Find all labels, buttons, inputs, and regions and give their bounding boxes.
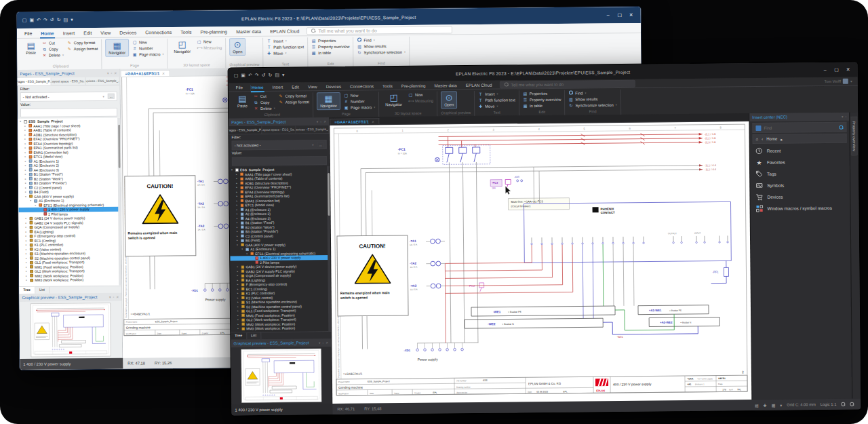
filter-select[interactable]: - Not activated -▾...: [232, 140, 327, 150]
value-input[interactable]: [20, 108, 117, 117]
ribbon-tab[interactable]: Connections: [144, 28, 172, 36]
document-tab[interactable]: =GAA+A1&EFS1/1✕: [330, 118, 379, 125]
ribbon-search[interactable]: Tell me what you want to do: [307, 26, 452, 35]
measuring-button[interactable]: ⟷Measuring: [197, 45, 222, 50]
paste-button[interactable]: ▤Paste: [235, 93, 250, 109]
tree-item[interactable]: ▸MM3 (Work workpiece: Position): [231, 326, 331, 331]
chevron-down-icon[interactable]: ▾: [780, 402, 782, 407]
close-icon[interactable]: ✕: [326, 341, 328, 345]
grid-toggle-icon[interactable]: ▦: [772, 402, 776, 407]
page-macro-button[interactable]: ▣Page macro▾: [344, 104, 375, 110]
page-number-button[interactable]: #Number: [132, 45, 163, 51]
ribbon-tab[interactable]: Pre-planning: [199, 28, 228, 35]
pin-icon[interactable]: ▫: [320, 119, 321, 123]
ribbon-tab[interactable]: Devices: [326, 82, 342, 90]
measuring-button[interactable]: ⟷Measuring: [408, 98, 433, 104]
ribbon-tab[interactable]: File: [235, 83, 243, 91]
value-input[interactable]: [232, 156, 327, 166]
ribbon-tab[interactable]: View: [307, 83, 318, 90]
graphical-preview[interactable]: [19, 301, 122, 359]
insert-center-item-recent[interactable]: Recent: [750, 144, 850, 157]
close-icon[interactable]: ✕: [114, 71, 117, 75]
panel-menu-icon[interactable]: ▾: [107, 71, 109, 75]
close-button[interactable]: ✕: [626, 12, 637, 18]
tab-tree[interactable]: Tree: [19, 287, 35, 294]
graphical-preview[interactable]: [231, 347, 332, 404]
insert-center-header[interactable]: Insert center (NEC) ▾▫: [749, 113, 849, 121]
cut-button[interactable]: ✂Cut: [254, 94, 275, 99]
close-icon[interactable]: ✕: [372, 119, 374, 123]
synchronize-selection-button[interactable]: ↻Synchronize selection▾: [357, 50, 406, 56]
text-insert-button[interactable]: TInsert▾: [478, 91, 515, 97]
pin-icon[interactable]: ▫: [111, 71, 112, 75]
tab-list[interactable]: List: [247, 332, 261, 339]
pin-icon[interactable]: ▫: [322, 341, 323, 345]
user-account[interactable]: Tom Wolff▾: [825, 79, 852, 84]
preview-open-button[interactable]: ⊙Open: [229, 38, 245, 56]
filter-more-button[interactable]: ...: [317, 142, 323, 147]
assign-format-button[interactable]: ✎Assign format: [67, 46, 98, 52]
move-button[interactable]: ✚Move▾: [267, 50, 304, 56]
copy-format-button[interactable]: ✎Copy format: [67, 40, 98, 45]
insert-center-item-devices[interactable]: Devices: [750, 191, 850, 203]
zoom-in-icon[interactable]: [841, 402, 845, 406]
path-function-text-button[interactable]: TPath function text: [478, 97, 515, 103]
ribbon-tab[interactable]: Edit: [291, 83, 300, 90]
panel-menu-icon[interactable]: ▾: [319, 341, 321, 345]
ribbon-tab[interactable]: Edit: [83, 29, 92, 37]
property-overview-button[interactable]: ☰Property overview: [523, 97, 561, 103]
delete-button[interactable]: ✕Delete▾: [42, 52, 64, 58]
properties-button[interactable]: ▤Properties: [311, 38, 349, 43]
filter-select[interactable]: - Not activated -▾...: [20, 92, 117, 102]
close-icon[interactable]: ✕: [162, 71, 165, 75]
preview-open-button[interactable]: ⊙Open: [441, 91, 457, 109]
insert-center-item-tags[interactable]: Tags: [750, 168, 850, 180]
panel-menu-icon[interactable]: ▾: [109, 295, 111, 299]
assign-format-button[interactable]: ✎Assign format: [279, 99, 310, 104]
ribbon-tab[interactable]: Insert: [62, 29, 76, 37]
ribbon-tab[interactable]: Insert: [271, 83, 283, 90]
tree-item[interactable]: ▸MM3 (Work workpiece: Position): [19, 277, 121, 283]
ribbon-tab[interactable]: View: [100, 28, 111, 36]
property-overview-button[interactable]: ☰Property overview: [311, 44, 349, 50]
3d-navigator-button[interactable]: ◰Navigator: [171, 39, 193, 55]
home-icon[interactable]: ⌂: [756, 137, 759, 141]
document-tab[interactable]: =GAA+A1&EFS1/1✕: [120, 70, 170, 77]
insert-center-item-symbols[interactable]: Symbols: [750, 179, 850, 191]
close-icon[interactable]: ✕: [116, 295, 119, 299]
3d-new-button[interactable]: ▢New: [197, 39, 222, 44]
tab-pages[interactable]: Pages - ESS_Sample_P...: [18, 78, 52, 85]
properties-button[interactable]: ▤Properties: [523, 91, 561, 97]
page-new-button[interactable]: ▢New: [344, 92, 375, 98]
copy-format-button[interactable]: ✎Copy format: [279, 93, 310, 98]
ribbon-tab[interactable]: Master data: [433, 81, 457, 89]
tab-pages[interactable]: Pages - ESS_Sample_P...: [229, 126, 262, 134]
minimize-button[interactable]: –: [820, 67, 831, 73]
text-insert-button[interactable]: TInsert▾: [267, 38, 304, 43]
path-function-text-button[interactable]: TPath function text: [267, 44, 304, 50]
close-icon[interactable]: ✕: [323, 119, 326, 123]
restore-button[interactable]: ▢: [614, 12, 625, 18]
restore-button[interactable]: ▢: [831, 67, 842, 73]
in-table-button[interactable]: ▦In table: [523, 103, 561, 109]
tab-devices[interactable]: Devices - ESS_Sample_...: [296, 126, 329, 133]
pin-icon[interactable]: ▫: [845, 115, 846, 119]
ribbon-tab[interactable]: Connections: [349, 82, 374, 90]
tab-layout-space[interactable]: Layout space - ESS_Sa...: [262, 126, 296, 134]
ribbon-tab[interactable]: EPLAN Cloud: [465, 81, 493, 88]
panel-menu-icon[interactable]: ▾: [842, 115, 844, 119]
delete-button[interactable]: ✕Delete▾: [254, 106, 275, 111]
3d-navigator-button[interactable]: ◰Navigator: [382, 92, 405, 108]
cut-button[interactable]: ✂Cut: [42, 40, 64, 45]
ribbon-search[interactable]: Tell me what you want to do: [500, 79, 635, 88]
page-navigator-button[interactable]: ▦Navigator: [317, 92, 340, 110]
insert-center-breadcrumb[interactable]: ⌂‹ Home▸: [753, 134, 847, 144]
paste-button[interactable]: ▤Paste: [23, 40, 39, 56]
page-macro-button[interactable]: ▣Page macro▾: [132, 52, 163, 57]
ribbon-tab[interactable]: Devices: [119, 28, 137, 36]
move-button[interactable]: ✚Move▾: [478, 103, 515, 109]
property-overview-tab[interactable]: Property overview: [850, 117, 858, 156]
ribbon-tab[interactable]: Tools: [382, 82, 393, 90]
copy-button[interactable]: ⧉Copy: [42, 46, 64, 52]
page-navigator-button[interactable]: ▦Navigator: [105, 39, 129, 57]
